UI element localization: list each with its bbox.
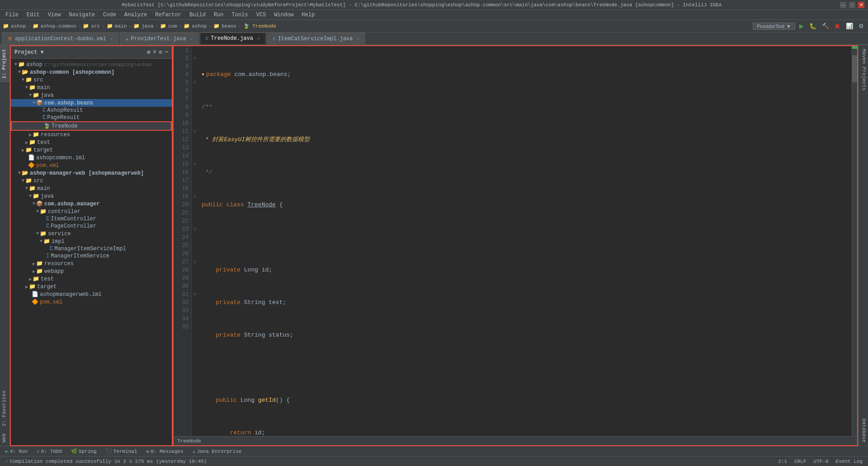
tab-providertest[interactable]: ☕ ProviderTest.java ✕ <box>120 33 199 44</box>
tree-item-target2[interactable]: ▶ 📁 target <box>11 283 172 290</box>
tree-item-main2[interactable]: ▼ 📁 main <box>11 185 172 192</box>
status-position[interactable]: 2:1 <box>776 459 789 464</box>
menu-file[interactable]: File <box>2 10 22 19</box>
editor-scrollbar[interactable] <box>852 46 857 436</box>
tree-item-java[interactable]: ▼ 📁 java <box>11 91 172 99</box>
menu-tools[interactable]: Tools <box>228 10 252 19</box>
fold-icon[interactable]: ▽ <box>193 56 196 61</box>
breadcrumb-java[interactable]: 📁java <box>133 23 153 29</box>
tree-item-java2[interactable]: ▼ 📁 java <box>11 192 172 200</box>
tree-item-ashop-common[interactable]: ▼ 📂 ashop-common [ashopcommon] <box>11 68 172 76</box>
fold-icon[interactable]: ▽ <box>193 292 196 297</box>
close-button[interactable]: ✕ <box>858 2 864 8</box>
breadcrumb-ashop-common[interactable]: 📁ashop-common <box>33 23 76 29</box>
menu-run[interactable]: Run <box>210 10 227 19</box>
build-button[interactable]: 🔨 <box>821 23 830 29</box>
tree-item-service[interactable]: ▼ 📁 service <box>11 230 172 238</box>
tree-item-resources2[interactable]: ▶ 📁 resources <box>11 260 172 267</box>
bottom-tab-messages[interactable]: ✉ 0: Messages <box>145 447 185 456</box>
tree-item-webapp[interactable]: ▶ 📁 webapp <box>11 267 172 275</box>
menu-edit[interactable]: Edit <box>23 10 43 19</box>
tree-item-src[interactable]: ▼ 📁 src <box>11 76 172 84</box>
tree-item-iml2[interactable]: 📄 ashopmanagerweb.iml <box>11 290 172 298</box>
locate-icon[interactable]: ⊙ <box>147 49 150 56</box>
tree-item-pageresult[interactable]: C PageResult <box>11 114 172 121</box>
fold-icon[interactable]: ▽ <box>193 194 196 200</box>
menu-window[interactable]: Window <box>270 10 297 19</box>
coverage-button[interactable]: 📊 <box>844 23 854 29</box>
maximize-button[interactable]: □ <box>849 2 855 8</box>
tree-item-ashop-root[interactable]: ▼ 📁 ashop C:\githubRepositories\shopping… <box>11 61 172 68</box>
fold-icon[interactable]: ▽ <box>193 259 196 265</box>
fold-icon[interactable]: ▽ <box>193 227 196 232</box>
menu-code[interactable]: Code <box>99 10 120 19</box>
menu-view[interactable]: View <box>44 10 65 19</box>
tab-applicationcontext[interactable]: 🗎 applicationContext-dubbo.xml ✕ <box>2 33 119 44</box>
fold-icon[interactable]: ▽ <box>193 80 196 86</box>
database-label[interactable]: Database <box>859 415 868 446</box>
menu-refactor[interactable]: Refactor <box>151 10 185 19</box>
bottom-tab-todo[interactable]: ✓ 6: TODO <box>35 447 64 456</box>
tree-item-test[interactable]: ▶ 📁 test <box>11 138 172 146</box>
debug-button[interactable]: 🐛 <box>808 23 818 29</box>
settings-button[interactable]: ⚙ <box>857 23 865 29</box>
stop-button[interactable]: ⏹ <box>833 23 842 29</box>
fold-icon[interactable]: ▽ <box>193 129 196 134</box>
tree-item-manageritemservice[interactable]: I ManagerItemService <box>11 252 172 260</box>
tree-item-manageritemserviceimpl[interactable]: C ManagerItemServiceImpl <box>11 245 172 252</box>
close-panel-icon[interactable]: — <box>165 49 168 56</box>
tree-item-impl[interactable]: ▼ 📁 impl <box>11 238 172 245</box>
tab-itemcatserviceimpl-close[interactable]: ✕ <box>357 36 359 42</box>
tree-item-test2[interactable]: ▶ 📁 test <box>11 275 172 283</box>
bottom-tab-java-enterprise[interactable]: ☕ Java Enterprise <box>191 447 244 456</box>
code-editor-body[interactable]: ●package com.ashop.beans; /** * 封装EasyUI… <box>198 46 852 436</box>
tree-item-pom2[interactable]: 🔶 pom.xml <box>11 298 172 306</box>
tree-item-manager-package[interactable]: ▼ 📦 com.ashop.manager <box>11 200 172 208</box>
tree-item-pagecontroller[interactable]: C PageController <box>11 223 172 230</box>
tree-item-treenode[interactable]: 🍃 TreeNode <box>11 121 172 131</box>
run-config-selector[interactable]: ProviderTest ▼ <box>753 23 795 30</box>
breadcrumb-ashop2[interactable]: 📁ashop <box>184 23 207 29</box>
bottom-tab-spring[interactable]: 🌿 Spring <box>69 447 99 456</box>
menu-build[interactable]: Build <box>186 10 209 19</box>
menu-help[interactable]: Help <box>298 10 318 19</box>
tree-item-main[interactable]: ▼ 📁 main <box>11 84 172 91</box>
run-button[interactable]: ▶ <box>798 23 805 29</box>
side-label-favorites[interactable]: 2: Favorites <box>0 387 9 430</box>
breadcrumb-main[interactable]: 📁main <box>107 23 127 29</box>
status-line-ending[interactable]: CRLF <box>793 459 808 464</box>
tree-item-ashopresult[interactable]: C AshopResult <box>11 107 172 114</box>
tab-treenode-close[interactable]: ✕ <box>257 36 260 41</box>
tree-item-itemcontroller[interactable]: C ItemController <box>11 215 172 223</box>
tree-item-resources[interactable]: ▶ 📁 resources <box>11 131 172 138</box>
tab-providertest-close[interactable]: ✕ <box>190 36 193 42</box>
breadcrumb-src[interactable]: 📁src <box>83 23 100 29</box>
menu-vcs[interactable]: VCS <box>253 10 270 19</box>
tab-treenode[interactable]: C TreeNode.java ✕ <box>200 33 266 44</box>
breadcrumb-com[interactable]: 📁com <box>160 23 177 29</box>
maven-projects-label[interactable]: Maven Projects <box>859 45 868 94</box>
tree-item-iml[interactable]: 📄 ashopcommon.iml <box>11 154 172 162</box>
breadcrumb-ashop[interactable]: 📁ashop <box>3 23 26 29</box>
bottom-tab-terminal[interactable]: ⬛ Terminal <box>104 447 139 456</box>
side-label-web[interactable]: Web <box>0 430 9 446</box>
status-event-log[interactable]: Event Log <box>834 459 864 464</box>
tab-applicationcontext-close[interactable]: ✕ <box>110 36 113 42</box>
menu-navigate[interactable]: Navigate <box>65 10 99 19</box>
gear-icon[interactable]: ⚙ <box>159 49 162 56</box>
tree-item-src2[interactable]: ▼ 📁 src <box>11 177 172 185</box>
menu-analyze[interactable]: Analyze <box>121 10 151 19</box>
tree-item-beans-package[interactable]: ▼ 📦 com.ashop.beans <box>11 99 172 107</box>
side-label-project[interactable]: 1: Project <box>0 45 9 82</box>
tree-item-target[interactable]: ▶ 📁 target <box>11 146 172 154</box>
status-encoding[interactable]: UTF-8 <box>812 459 830 464</box>
tree-item-ashop-manager-web[interactable]: ▼ 📂 ashop-manager-web [ashopmanagerweb] <box>11 169 172 177</box>
breadcrumb-treenode[interactable]: 🍃 TreeNode <box>243 23 276 29</box>
breadcrumb-beans[interactable]: 📁beans <box>213 23 236 29</box>
bottom-tab-run[interactable]: ▶ 4: Run <box>4 447 29 456</box>
fold-icon[interactable]: ▽ <box>193 162 196 167</box>
tree-item-controller[interactable]: ▼ 📁 controller <box>11 208 172 215</box>
minimize-button[interactable]: — <box>840 2 846 8</box>
tab-itemcatserviceimpl[interactable]: C ItemCatServiceImpl.java ✕ <box>267 33 365 44</box>
tree-item-pom[interactable]: 🔶 pom.xml <box>11 162 172 169</box>
